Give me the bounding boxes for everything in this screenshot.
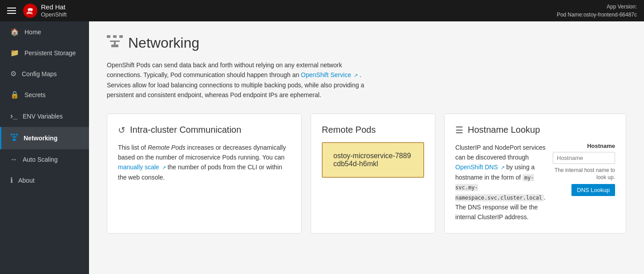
sidebar-item-about[interactable]: ℹ About bbox=[0, 170, 89, 191]
intra-cluster-title: Intra-cluster Communication bbox=[130, 125, 241, 135]
remote-pods-title: Remote Pods bbox=[322, 125, 376, 135]
sidebar-item-secrets[interactable]: 🔒 Secrets bbox=[0, 84, 89, 105]
hamburger-menu[interactable] bbox=[7, 8, 16, 14]
intra-cluster-icon: ↺ bbox=[118, 125, 126, 135]
sidebar-item-config-maps[interactable]: ⚙ Config Maps bbox=[0, 63, 89, 84]
hostname-icon: ☰ bbox=[455, 125, 463, 135]
hostname-lookup-body: ClusterIP and NodePort services can be d… bbox=[455, 143, 546, 222]
dns-lookup-button[interactable]: DNS Lookup bbox=[571, 184, 615, 196]
sidebar-item-networking[interactable]: Networking bbox=[0, 127, 89, 149]
intro-paragraph: OpenShift Pods can send data back and fo… bbox=[107, 60, 374, 100]
topbar-left: Red Hat OpenShift bbox=[7, 3, 67, 18]
hostname-label: Hostname bbox=[587, 143, 615, 149]
svg-rect-1 bbox=[11, 134, 12, 135]
svg-rect-10 bbox=[110, 41, 120, 42]
cards-row: ↺ Intra-cluster Communication This list … bbox=[107, 114, 626, 233]
main-layout: 🏠 Home 📁 Persistent Storage ⚙ Config Map… bbox=[0, 21, 644, 274]
brand-name: Red Hat OpenShift bbox=[41, 3, 67, 18]
topbar: Red Hat OpenShift App Version: Pod Name:… bbox=[0, 0, 644, 21]
pod-name-box: ostoy-microservice-7889cdb54d-h6mkl bbox=[322, 142, 424, 178]
openshift-dns-link[interactable]: OpenShift DNS ↗ bbox=[455, 164, 505, 171]
brand: Red Hat OpenShift bbox=[23, 3, 67, 18]
svg-rect-6 bbox=[12, 139, 16, 141]
config-icon: ⚙ bbox=[10, 70, 16, 78]
svg-rect-2 bbox=[13, 134, 15, 135]
remote-pods-card: Remote Pods ostoy-microservice-7889cdb54… bbox=[311, 114, 435, 233]
sidebar-item-label: Persistent Storage bbox=[24, 49, 76, 57]
hostname-input[interactable] bbox=[553, 152, 615, 164]
sidebar-item-label: Networking bbox=[24, 135, 57, 142]
manually-scale-link[interactable]: manually scale ↗ bbox=[118, 164, 166, 171]
external-link-icon: ↗ bbox=[354, 73, 358, 78]
networking-page-icon bbox=[107, 35, 123, 51]
hostname-lookup-title: Hostname Lookup bbox=[468, 125, 540, 135]
sidebar-item-label: Secrets bbox=[24, 91, 45, 98]
page-title: Networking bbox=[128, 35, 199, 51]
svg-rect-12 bbox=[111, 45, 118, 47]
svg-rect-7 bbox=[107, 35, 110, 38]
redhat-logo bbox=[23, 4, 37, 18]
hostname-lookup-title-row: ☰ Hostname Lookup bbox=[455, 125, 615, 135]
sidebar-item-label: Config Maps bbox=[22, 70, 57, 78]
svg-rect-11 bbox=[114, 42, 116, 45]
intra-cluster-title-row: ↺ Intra-cluster Communication bbox=[118, 125, 291, 135]
main-content: Networking OpenShift Pods can send data … bbox=[89, 21, 644, 274]
networking-icon bbox=[10, 133, 18, 143]
openshift-service-link[interactable]: OpenShift Service ↗ bbox=[301, 71, 358, 78]
svg-rect-5 bbox=[14, 137, 15, 139]
sidebar-item-label: Auto Scaling bbox=[23, 156, 58, 163]
hostname-lookup-card: ☰ Hostname Lookup ClusterIP and NodePort… bbox=[444, 114, 626, 233]
hostname-hint: The internal host name to look up. bbox=[553, 167, 615, 182]
body-before-italic: This list of bbox=[118, 144, 148, 151]
topbar-info: App Version: Pod Name:ostoy-frontend-664… bbox=[557, 3, 637, 19]
hostname-lookup-content: ClusterIP and NodePort services can be d… bbox=[455, 143, 615, 222]
ext-link-icon-2: ↗ bbox=[162, 165, 166, 170]
autoscaling-icon: ↔ bbox=[10, 155, 17, 164]
intra-cluster-body: This list of Remote Pods increases or de… bbox=[118, 143, 291, 183]
sidebar-item-label: ENV Variables bbox=[23, 113, 63, 120]
hostname-lookup-right: Hostname The internal host name to look … bbox=[553, 143, 615, 222]
sidebar-item-label: Home bbox=[24, 29, 41, 36]
network-title-icon bbox=[107, 35, 123, 48]
remote-pods-title-row: Remote Pods bbox=[322, 125, 424, 135]
body-part1: ClusterIP and NodePort services can be d… bbox=[455, 144, 546, 161]
ext-link-icon-3: ↗ bbox=[501, 165, 505, 170]
sidebar-item-label: About bbox=[18, 177, 35, 184]
storage-icon: 📁 bbox=[10, 49, 19, 57]
intra-cluster-card: ↺ Intra-cluster Communication This list … bbox=[107, 114, 302, 233]
networking-svg-icon bbox=[10, 133, 18, 141]
about-icon: ℹ bbox=[10, 176, 13, 184]
lock-icon: 🔒 bbox=[10, 90, 19, 99]
svg-rect-4 bbox=[12, 136, 16, 137]
env-icon: ›_ bbox=[10, 111, 17, 121]
sidebar-item-env-variables[interactable]: ›_ ENV Variables bbox=[0, 105, 89, 127]
sidebar-item-auto-scaling[interactable]: ↔ Auto Scaling bbox=[0, 149, 89, 170]
sidebar-item-home[interactable]: 🏠 Home bbox=[0, 21, 89, 42]
page-title-row: Networking bbox=[107, 35, 626, 51]
svg-rect-9 bbox=[119, 35, 123, 38]
sidebar: 🏠 Home 📁 Persistent Storage ⚙ Config Map… bbox=[0, 21, 89, 274]
remote-pods-italic: Remote Pods bbox=[148, 144, 186, 151]
home-icon: 🏠 bbox=[10, 28, 19, 36]
svg-rect-3 bbox=[16, 134, 18, 135]
svg-rect-8 bbox=[113, 35, 117, 38]
sidebar-item-persistent-storage[interactable]: 📁 Persistent Storage bbox=[0, 42, 89, 63]
